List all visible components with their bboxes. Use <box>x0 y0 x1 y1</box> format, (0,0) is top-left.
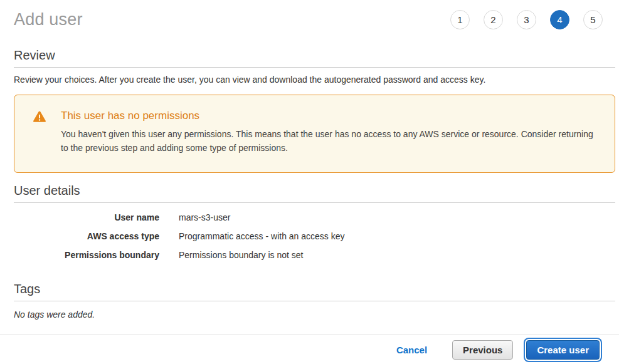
step-2: 2 <box>484 10 503 29</box>
detail-row-permissions-boundary: Permissions boundary Permissions boundar… <box>14 246 615 264</box>
detail-row-user-name: User name mars-s3-user <box>14 208 615 227</box>
detail-label: AWS access type <box>14 231 159 241</box>
wizard-header: Add user 1 2 3 4 5 <box>14 0 615 29</box>
user-details-heading: User details <box>14 184 615 198</box>
add-user-wizard-page: Add user 1 2 3 4 5 Review Review your ch… <box>0 0 619 320</box>
cancel-button[interactable]: Cancel <box>396 345 427 355</box>
tags-heading: Tags <box>14 282 615 296</box>
step-4: 4 <box>550 10 569 29</box>
step-1: 1 <box>450 10 470 29</box>
detail-label: Permissions boundary <box>14 250 159 260</box>
detail-value: Permissions boundary is not set <box>179 250 303 260</box>
warning-body: You haven't given this user any permissi… <box>61 127 602 155</box>
page-title: Add user <box>14 10 83 29</box>
warning-triangle-icon <box>33 110 46 155</box>
detail-row-access-type: AWS access type Programmatic access - wi… <box>14 227 615 246</box>
tags-empty-message: No tags were added. <box>14 309 615 320</box>
section-divider <box>14 202 615 203</box>
detail-value: mars-s3-user <box>179 212 230 222</box>
step-indicator: 1 2 3 4 5 <box>450 10 615 29</box>
user-details-section: User details User name mars-s3-user AWS … <box>14 184 615 264</box>
warning-title: This user has no permissions <box>61 110 602 122</box>
no-permissions-warning-box: This user has no permissions You haven't… <box>14 95 615 173</box>
review-section: Review Review your choices. After you cr… <box>14 48 615 85</box>
create-user-button[interactable]: Create user <box>526 340 600 360</box>
review-heading: Review <box>14 48 615 63</box>
user-details-list: User name mars-s3-user AWS access type P… <box>14 208 615 264</box>
step-5: 5 <box>583 10 603 29</box>
review-description: Review your choices. After you create th… <box>14 75 615 85</box>
tags-section: Tags No tags were added. <box>14 282 615 320</box>
warning-content: This user has no permissions You haven't… <box>61 110 602 155</box>
step-3: 3 <box>517 10 536 29</box>
wizard-footer: Cancel Previous Create user <box>0 335 619 364</box>
section-divider <box>14 67 615 68</box>
previous-button[interactable]: Previous <box>452 340 513 360</box>
section-divider <box>14 301 615 301</box>
detail-value: Programmatic access - with an access key <box>179 231 345 241</box>
detail-label: User name <box>14 212 159 222</box>
